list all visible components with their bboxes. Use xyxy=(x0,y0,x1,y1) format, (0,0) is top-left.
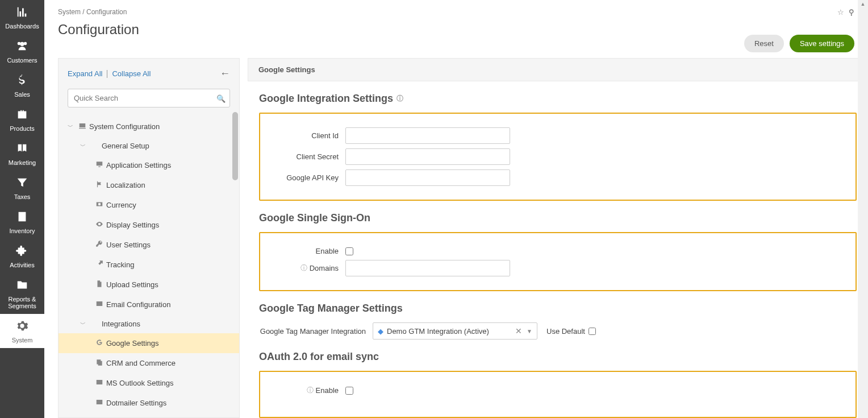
info-icon[interactable]: ⓘ xyxy=(397,94,403,104)
tree-localization[interactable]: Localization xyxy=(59,175,239,195)
nav-taxes[interactable]: Taxes xyxy=(0,171,44,205)
bar-chart-icon xyxy=(1,6,43,20)
info-icon[interactable]: ⓘ xyxy=(301,263,307,273)
section-sso: Google Single Sign-On xyxy=(259,212,857,224)
left-nav: DashboardsCustomersSalesProductsMarketin… xyxy=(0,0,44,418)
eye-icon xyxy=(93,220,106,230)
folder-icon xyxy=(1,279,43,293)
section-google-integration: Google Integration Settingsⓘ xyxy=(259,93,857,105)
file-icon xyxy=(93,280,106,289)
use-default-checkbox[interactable] xyxy=(589,328,596,335)
diamond-icon: ◆ xyxy=(378,327,383,336)
gear-icon xyxy=(1,320,43,334)
tree-system-configuration[interactable]: ﹀System Configuration xyxy=(59,117,239,136)
nav-inventory[interactable]: Inventory xyxy=(0,205,44,239)
client-id-input[interactable] xyxy=(345,127,510,144)
envelope-icon xyxy=(93,398,106,408)
label-gtm: Google Tag Manager Integration xyxy=(259,327,373,336)
target-icon xyxy=(93,260,106,270)
config-sidebar: Expand All Collapse All ← 🔍 ﹀System Conf… xyxy=(58,58,240,418)
label-api-key: Google API Key xyxy=(272,173,345,182)
label-sso-enable: Enable xyxy=(272,247,345,255)
tree-ms-outlook-settings[interactable]: MS Outlook Settings xyxy=(59,373,239,393)
key-icon xyxy=(93,240,106,250)
dollar-icon xyxy=(1,74,43,89)
tree-user-settings[interactable]: User Settings xyxy=(59,235,239,255)
tree-email-configuration[interactable]: Email Configuration xyxy=(59,295,239,314)
search-icon[interactable]: 🔍 xyxy=(216,94,226,102)
tree-dotmailer-settings[interactable]: Dotmailer Settings xyxy=(59,393,239,413)
nav-activities[interactable]: Activities xyxy=(0,239,44,273)
tree-display-settings[interactable]: Display Settings xyxy=(59,215,239,235)
pin-icon[interactable]: ⚲ xyxy=(849,8,854,16)
gtm-select[interactable]: ◆ Demo GTM Integration (Active) ✕ ▼ xyxy=(373,322,537,340)
tree-scrollbar[interactable] xyxy=(232,112,238,180)
section-oauth: OAuth 2.0 for email sync xyxy=(259,351,857,363)
filter-icon xyxy=(1,176,43,191)
nav-sales[interactable]: Sales xyxy=(0,68,44,102)
monitor-icon xyxy=(93,160,106,170)
briefcase-icon xyxy=(1,108,43,123)
pc-icon xyxy=(76,122,89,131)
content-crumb: Google Settings xyxy=(248,58,868,81)
building-icon xyxy=(1,210,43,225)
use-default-label: Use Default xyxy=(546,327,585,336)
oauth-fieldset: ⓘEnable xyxy=(259,371,857,418)
label-client-secret: Client Secret xyxy=(272,152,345,161)
client-secret-input[interactable] xyxy=(345,148,510,165)
back-arrow-icon[interactable]: ← xyxy=(220,68,230,80)
money-icon xyxy=(93,200,106,210)
envelope-icon xyxy=(93,378,106,388)
quick-search-input[interactable] xyxy=(68,89,230,107)
gtm-value: Demo GTM Integration (Active) xyxy=(387,327,489,336)
info-icon[interactable]: ⓘ xyxy=(307,386,314,395)
flag-icon xyxy=(93,180,106,190)
chevron-down-icon[interactable]: ▼ xyxy=(524,328,532,334)
tree-upload-settings[interactable]: Upload Settings xyxy=(59,275,239,295)
nav-reports-segments[interactable]: Reports & Segments xyxy=(0,273,44,314)
section-gtm: Google Tag Manager Settings xyxy=(259,303,857,314)
oauth-enable-checkbox[interactable] xyxy=(345,387,353,395)
api-key-input[interactable] xyxy=(345,169,510,186)
expand-all-link[interactable]: Expand All xyxy=(68,69,102,78)
breadcrumb[interactable]: System / Configuration xyxy=(58,8,744,16)
reset-button[interactable]: Reset xyxy=(744,35,784,52)
page-title: Configuration xyxy=(58,22,744,38)
star-icon[interactable]: ☆ xyxy=(837,8,844,16)
top-header: System / Configuration Configuration ☆ ⚲… xyxy=(44,0,868,58)
tree-integrations[interactable]: ﹀Integrations xyxy=(59,314,239,333)
nav-marketing[interactable]: Marketing xyxy=(0,136,44,171)
nav-products[interactable]: Products xyxy=(0,102,44,136)
label-domains: ⓘDomains xyxy=(272,263,345,273)
content-scrollbar[interactable]: ▲ xyxy=(858,58,868,418)
envelope-icon xyxy=(93,300,106,309)
domains-input[interactable] xyxy=(345,260,510,276)
tree-application-settings[interactable]: Application Settings xyxy=(59,155,239,175)
clear-icon[interactable]: ✕ xyxy=(513,326,524,336)
nav-system[interactable]: System xyxy=(0,314,44,348)
tree-google-settings[interactable]: Google Settings xyxy=(59,333,239,353)
tree-crm-and-commerce[interactable]: CRM and Commerce xyxy=(59,353,239,373)
pages-icon xyxy=(93,358,106,368)
chevron-down-icon: ﹀ xyxy=(80,142,88,150)
chevron-down-icon: ﹀ xyxy=(80,320,88,328)
label-oauth-enable: ⓘEnable xyxy=(272,386,345,395)
google-icon xyxy=(93,338,106,348)
nav-customers[interactable]: Customers xyxy=(0,34,44,68)
nav-dashboards[interactable]: Dashboards xyxy=(0,0,44,34)
sso-enable-checkbox[interactable] xyxy=(345,247,353,255)
book-icon xyxy=(1,142,43,157)
google-integration-fieldset: Client Id Client Secret Google API Key xyxy=(259,113,857,201)
tree-tracking[interactable]: Tracking xyxy=(59,255,239,275)
collapse-all-link[interactable]: Collapse All xyxy=(112,69,151,78)
puzzle-icon xyxy=(1,245,43,259)
config-tree: ﹀System Configuration﹀General SetupAppli… xyxy=(59,112,239,417)
users-icon xyxy=(1,40,43,55)
sso-fieldset: Enable ⓘDomains xyxy=(259,232,857,291)
tree-currency[interactable]: Currency xyxy=(59,195,239,215)
save-button[interactable]: Save settings xyxy=(790,35,854,52)
label-client-id: Client Id xyxy=(272,131,345,140)
tree-general-setup[interactable]: ﹀General Setup xyxy=(59,136,239,155)
chevron-down-icon: ﹀ xyxy=(68,123,76,131)
